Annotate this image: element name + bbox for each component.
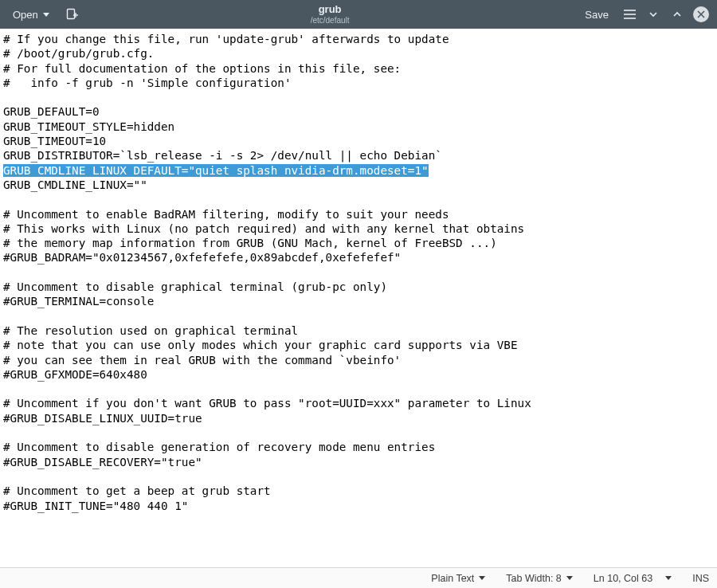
save-button[interactable]: Save [577, 3, 617, 25]
text-editor[interactable]: # If you change this file, run 'update-g… [0, 29, 717, 567]
editor-line: # Uncomment to get a beep at grub start [3, 484, 714, 498]
open-button[interactable]: Open [5, 3, 57, 25]
svg-rect-1 [67, 10, 74, 19]
editor-line: #GRUB_TERMINAL=console [3, 294, 714, 308]
editor-line: # info -f grub -n 'Simple configuration' [3, 76, 714, 90]
editor-line: GRUB_DEFAULT=0 [3, 104, 714, 119]
editor-line: # the memory map information from GRUB (… [3, 236, 714, 250]
tab-width-label: Tab Width: 8 [506, 573, 561, 584]
editor-line: GRUB_CMDLINE_LINUX_DEFAULT="quiet splash… [3, 163, 714, 178]
editor-line [3, 425, 714, 440]
editor-line: # This works with Linux (no patch requir… [3, 221, 714, 236]
header-bar: Open grub /etc/default Save [0, 0, 717, 29]
editor-line [3, 469, 714, 484]
dropdown-icon [665, 576, 672, 580]
file-path: /etc/default [311, 16, 350, 25]
language-selector[interactable]: Plain Text [431, 573, 485, 584]
status-bar: Plain Text Tab Width: 8 Ln 10, Col 63 IN… [0, 567, 717, 588]
open-label: Open [13, 9, 38, 21]
insert-mode-label: INS [692, 573, 709, 584]
file-name: grub [319, 4, 342, 15]
editor-line [3, 265, 714, 280]
editor-line: # For full documentation of the options … [3, 61, 714, 76]
editor-line: #GRUB_DISABLE_LINUX_UUID=true [3, 411, 714, 425]
editor-line: # Uncomment to enable BadRAM filtering, … [3, 207, 714, 221]
maximize-button[interactable] [666, 3, 688, 25]
title-block: grub /etc/default [86, 4, 574, 24]
editor-line: #GRUB_INIT_TUNE="480 440 1" [3, 499, 714, 513]
tab-width-selector[interactable]: Tab Width: 8 [506, 573, 572, 584]
editor-line: # Uncomment if you don't want GRUB to pa… [3, 396, 714, 410]
editor-line [3, 309, 714, 323]
new-tab-button[interactable] [61, 3, 83, 25]
dropdown-icon [479, 576, 485, 580]
text-selection: GRUB_CMDLINE_LINUX_DEFAULT="quiet splash… [3, 164, 429, 177]
editor-line: # note that you can use only modes which… [3, 338, 714, 352]
editor-line: # If you change this file, run 'update-g… [3, 32, 714, 46]
hamburger-menu-button[interactable] [618, 3, 641, 25]
editor-line: GRUB_CMDLINE_LINUX="" [3, 178, 714, 192]
svg-marker-0 [43, 13, 49, 17]
editor-line: GRUB_TIMEOUT=10 [3, 134, 714, 148]
editor-line: # Uncomment to disable graphical termina… [3, 280, 714, 294]
minimize-button[interactable] [642, 3, 664, 25]
new-document-icon [65, 8, 78, 21]
editor-line [3, 382, 714, 396]
editor-line: # you can see them in real GRUB with the… [3, 353, 714, 367]
chevron-up-icon [672, 10, 682, 19]
cursor-position: Ln 10, Col 63 [594, 573, 652, 584]
cursor-label: Ln 10, Col 63 [594, 573, 652, 584]
dropdown-icon [566, 576, 573, 580]
save-label: Save [585, 9, 609, 21]
editor-line: #GRUB_GFXMODE=640x480 [3, 367, 714, 382]
editor-line: # The resolution used on graphical termi… [3, 323, 714, 338]
dropdown-icon [43, 13, 49, 17]
editor-line: GRUB_DISTRIBUTOR=`lsb_release -i -s 2> /… [3, 148, 714, 163]
cursor-position-menu[interactable] [665, 576, 672, 580]
language-label: Plain Text [431, 573, 474, 584]
hamburger-icon [624, 10, 636, 19]
editor-line: GRUB_TIMEOUT_STYLE=hidden [3, 120, 714, 134]
editor-line: #GRUB_BADRAM="0x01234567,0xfefefefe,0x89… [3, 250, 714, 265]
editor-line [3, 90, 714, 104]
close-icon [693, 6, 709, 22]
chevron-down-icon [648, 10, 658, 19]
editor-line [3, 192, 714, 206]
editor-line: # Uncomment to disable generation of rec… [3, 440, 714, 454]
insert-mode-toggle[interactable]: INS [692, 573, 709, 584]
editor-line: # /boot/grub/grub.cfg. [3, 46, 714, 61]
close-button[interactable] [690, 3, 712, 25]
editor-line: #GRUB_DISABLE_RECOVERY="true" [3, 455, 714, 469]
